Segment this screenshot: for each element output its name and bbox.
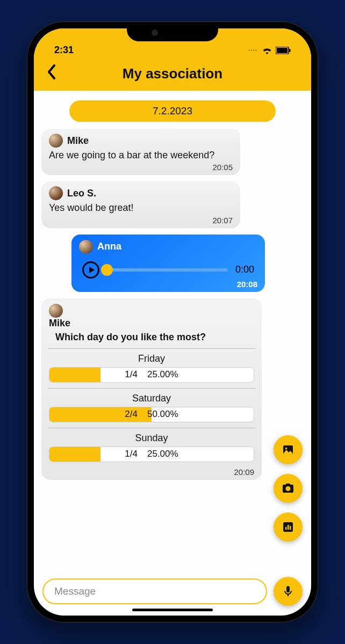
divider (48, 428, 255, 428)
svg-point-4 (285, 448, 288, 450)
message-text: Yes would be great! (49, 201, 233, 214)
status-time: 2:31 (54, 45, 74, 56)
poll-option-label: Friday (49, 353, 254, 364)
poll-percent: 25.00% (147, 449, 178, 459)
poll-option-friday[interactable]: Friday 1/4 25.00% (49, 353, 254, 383)
message-time: 20:05 (49, 163, 233, 172)
notch (127, 22, 218, 41)
more-dots-icon: •••• (248, 48, 257, 53)
poll-bar: 1/4 25.00% (49, 447, 254, 462)
message-bubble: Leo S. Yes would be great! 20:07 (41, 181, 240, 228)
battery-icon (276, 47, 291, 54)
audio-duration: 0:00 (235, 264, 254, 275)
audio-thumb[interactable] (101, 264, 113, 276)
sender-name: Mike (67, 135, 89, 147)
home-indicator[interactable] (132, 609, 213, 611)
avatar (49, 134, 63, 148)
svg-rect-6 (285, 527, 287, 530)
image-button[interactable] (274, 435, 303, 464)
avatar (49, 304, 63, 318)
chevron-left-icon (47, 64, 56, 79)
fab-column (274, 435, 303, 541)
camera-button[interactable] (274, 474, 303, 503)
message-time: 20:07 (49, 216, 233, 225)
svg-rect-7 (288, 525, 289, 530)
audio-message-bubble: Anna 0:00 20:08 (71, 235, 265, 292)
poll-count: 2/4 (125, 409, 138, 420)
camera-icon (282, 482, 294, 495)
poll-bar-text: 1/4 25.00% (49, 447, 254, 462)
message-text: Are we going to a bar at the weekend? (49, 149, 233, 162)
mic-icon (282, 585, 294, 598)
message-time: 20:09 (49, 467, 254, 477)
bar-chart-icon (282, 521, 294, 533)
avatar (49, 186, 63, 200)
wifi-icon (262, 46, 272, 54)
poll-bar: 1/4 25.00% (49, 367, 254, 383)
svg-rect-8 (290, 526, 291, 530)
message-time: 20:08 (79, 280, 257, 289)
poll-bar-text: 2/4 50.00% (49, 407, 254, 422)
audio-track[interactable] (107, 268, 228, 272)
image-icon (282, 443, 294, 456)
svg-rect-1 (277, 48, 288, 53)
poll-option-label: Saturday (49, 393, 254, 404)
poll-option-label: Sunday (49, 433, 254, 444)
sender-name: Mike (49, 318, 70, 328)
poll-bar: 2/4 50.00% (49, 407, 254, 422)
poll-count: 1/4 (125, 449, 138, 459)
avatar (79, 240, 93, 254)
back-button[interactable] (47, 64, 56, 83)
divider (48, 348, 255, 349)
poll-bar-text: 1/4 25.00% (49, 368, 254, 382)
message-bubble: Mike Are we going to a bar at the weeken… (41, 129, 240, 175)
poll-option-saturday[interactable]: Saturday 2/4 50.00% (49, 393, 254, 422)
sender-name: Anna (97, 241, 121, 252)
title-bar: My association (34, 58, 311, 91)
poll-question: Which day do you like the most? (55, 332, 254, 343)
status-bar: 2:31 •••• (34, 40, 311, 58)
poll-count: 1/4 (125, 369, 138, 380)
message-input[interactable] (42, 579, 267, 604)
date-pill: 7.2.2023 (69, 100, 276, 122)
chat-area[interactable]: 7.2.2023 Mike Are we going to a bar at t… (34, 91, 311, 577)
sender-name: Leo S. (67, 188, 96, 199)
poll-button[interactable] (274, 513, 303, 541)
poll-percent: 50.00% (147, 409, 178, 420)
phone-frame: 2:31 •••• My association 7.2.2023 Mi (27, 22, 318, 622)
play-button[interactable] (82, 261, 99, 279)
page-title: My association (123, 65, 222, 82)
audio-player: 0:00 (79, 261, 257, 279)
mic-button[interactable] (274, 577, 303, 606)
poll-percent: 25.00% (147, 369, 178, 380)
poll-option-sunday[interactable]: Sunday 1/4 25.00% (49, 433, 254, 462)
svg-rect-2 (289, 49, 291, 52)
screen: 2:31 •••• My association 7.2.2023 Mi (34, 28, 311, 616)
status-right: •••• (248, 46, 291, 54)
poll-bubble: Mike Which day do you like the most? Fri… (41, 298, 262, 480)
divider (48, 388, 255, 389)
